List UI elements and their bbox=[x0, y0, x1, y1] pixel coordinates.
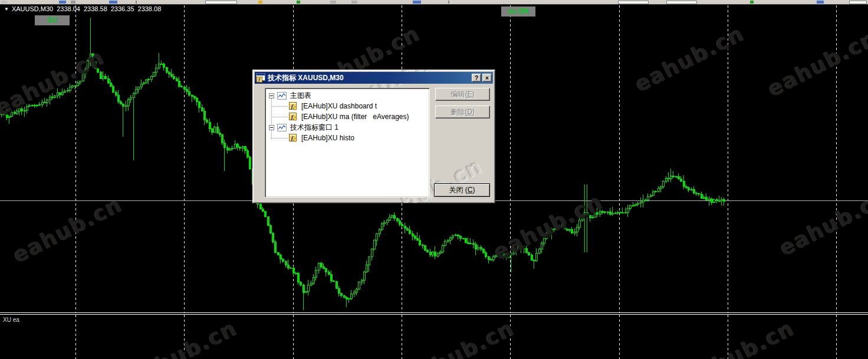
chart-ohlc-header: ▼ XAUUSD,M30 2338.04 2338.58 2336.35 233… bbox=[4, 5, 165, 12]
toolbar-icon-fragment bbox=[1, 1, 7, 4]
symbol-period-label: XAUUSD,M30 bbox=[12, 5, 53, 12]
toolbar-icon-fragment bbox=[258, 1, 262, 4]
toolbar-icon-fragment bbox=[618, 1, 649, 4]
chart-window-icon bbox=[277, 92, 287, 100]
tree-item-label: 技术指标窗口 1 bbox=[290, 123, 338, 133]
high-value: 2338.58 bbox=[84, 5, 107, 12]
toolbar-icon-fragment bbox=[109, 1, 117, 4]
close-value: 2338.08 bbox=[138, 5, 162, 12]
low-value: 2336.35 bbox=[111, 5, 134, 12]
tree-item-label: [EAHub]XU ma (filter eAverages) bbox=[301, 113, 409, 121]
collapse-toggle-icon[interactable] bbox=[269, 93, 274, 98]
collapse-toggle-icon[interactable] bbox=[269, 125, 274, 130]
subwindow-indicator-label: XU ea bbox=[3, 317, 19, 323]
dialog-close-x-button[interactable]: × bbox=[482, 74, 492, 82]
toolbar-icon-fragment bbox=[849, 1, 867, 4]
toolbar-sliver bbox=[0, 0, 868, 5]
xu-overlay-button[interactable]: XU bbox=[35, 15, 70, 25]
chart-window-icon bbox=[277, 124, 287, 131]
indicator-tree-listbox[interactable]: 主图表 f [EAHub]XU dashboard t f [E bbox=[265, 88, 430, 197]
toolbar-icon-fragment bbox=[59, 1, 66, 4]
tree-item-label: [EAHub]XU histo bbox=[301, 134, 354, 142]
toolbar-icon-fragment bbox=[297, 1, 300, 4]
indicator-f-icon: f bbox=[289, 102, 298, 111]
toolbar-icon-fragment bbox=[351, 1, 357, 4]
dialog-title: 技术指标 XAUUSD,M30 bbox=[268, 73, 344, 83]
toolbar-icon-fragment bbox=[205, 1, 237, 4]
toolbar-icon-fragment bbox=[448, 1, 449, 4]
toolbar-icon-fragment bbox=[136, 1, 137, 4]
tree-item-label: 主图表 bbox=[290, 91, 311, 101]
toolbar-icon-fragment bbox=[330, 1, 336, 4]
tree-item-xu-ma[interactable]: f [EAHub]XU ma (filter eAverages) bbox=[265, 111, 429, 122]
symbol-dropdown-arrow-icon[interactable]: ▼ bbox=[4, 6, 9, 12]
toolbar-icon-fragment bbox=[413, 1, 421, 4]
edit-button[interactable]: 编辑(E) bbox=[435, 88, 490, 101]
indicators-dialog: eahub.cn eahub.cn f 技术指标 XAUUSD,M30 ? × bbox=[252, 70, 495, 203]
toolbar-icon-fragment bbox=[817, 1, 824, 4]
toolbar-icon-fragment bbox=[666, 1, 697, 4]
delete-button[interactable]: 删除(D) bbox=[435, 106, 490, 118]
indicator-f-icon: f bbox=[289, 134, 298, 143]
tree-item-xu-histo[interactable]: f [EAHub]XU histo bbox=[265, 133, 429, 143]
indicator-f-icon: f bbox=[289, 113, 298, 121]
tree-item-main-chart[interactable]: 主图表 bbox=[265, 90, 429, 101]
tree-item-indicator-window-1[interactable]: 技术指标窗口 1 bbox=[265, 122, 429, 133]
dialog-help-button[interactable]: ? bbox=[472, 74, 481, 82]
xu-on-overlay-button[interactable]: xu ON bbox=[501, 6, 535, 17]
mt4-terminal: ▼ XAUUSD,M30 2338.04 2338.58 2336.35 233… bbox=[0, 0, 868, 359]
indicators-dialog-icon: f bbox=[256, 73, 265, 83]
toolbar-icon-fragment bbox=[71, 1, 75, 4]
dialog-titlebar[interactable]: f 技术指标 XAUUSD,M30 ? × bbox=[255, 72, 493, 84]
open-value: 2338.04 bbox=[57, 5, 80, 12]
close-button[interactable]: 关闭 (C) bbox=[434, 183, 490, 197]
tree-item-xu-dashboard[interactable]: f [EAHub]XU dashboard t bbox=[265, 101, 429, 111]
toolbar-icon-fragment bbox=[750, 1, 754, 4]
tree-item-label: [EAHub]XU dashboard t bbox=[301, 102, 377, 110]
